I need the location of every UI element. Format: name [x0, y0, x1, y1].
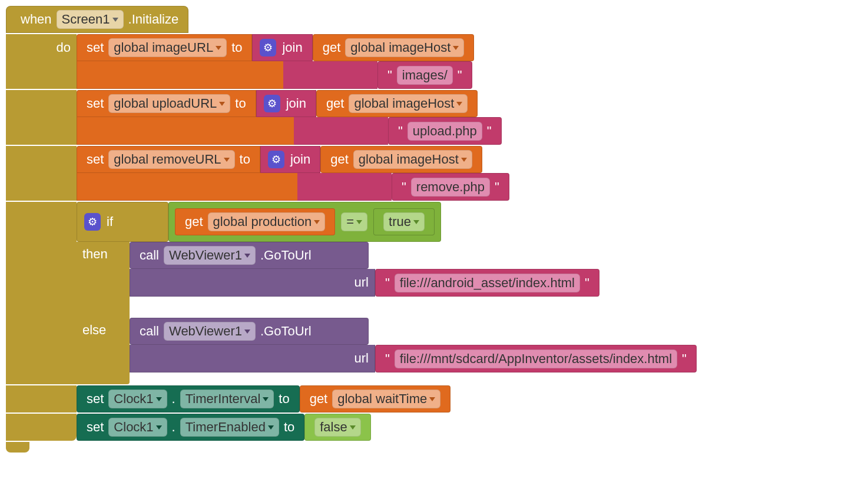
set-clock-timerinterval-block[interactable]: set Clock1 . TimerInterval to	[77, 385, 300, 412]
false-literal-block[interactable]: false	[304, 414, 370, 441]
join-block[interactable]: ⚙ join	[252, 34, 312, 61]
component-dropdown-webviewer[interactable]: WebViewer1	[164, 322, 256, 341]
join-block-2[interactable]: ⚙ join	[256, 90, 316, 117]
join-block-3[interactable]: ⚙ join	[260, 146, 320, 173]
chevron-down-icon	[461, 158, 467, 162]
property-dropdown-timerinterval[interactable]: TimerInterval	[180, 390, 274, 408]
then-rail: then	[77, 242, 130, 297]
chevron-down-icon	[453, 46, 459, 50]
var-dropdown-imagehost[interactable]: global imageHost	[349, 94, 468, 113]
chevron-down-icon	[413, 220, 419, 224]
component-dropdown-clock[interactable]: Clock1	[108, 390, 167, 408]
chevron-down-icon	[350, 425, 356, 430]
if-header[interactable]: ⚙ if	[77, 202, 168, 242]
get-production-block[interactable]: get global production	[175, 208, 335, 235]
string-literal-remove[interactable]: " remove.php "	[392, 173, 509, 201]
block-canvas: when Screen1 .Initialize do set global i…	[6, 6, 866, 453]
chevron-down-icon	[314, 220, 320, 224]
set-uploadurl-block[interactable]: set global uploadURL to	[77, 90, 256, 117]
gear-icon[interactable]: ⚙	[260, 39, 276, 56]
component-dropdown-webviewer[interactable]: WebViewer1	[164, 246, 256, 265]
string-literal-sdcard-url[interactable]: " file:///mnt/sdcard/AppInventor/assets/…	[375, 345, 697, 372]
chevron-down-icon	[244, 254, 250, 258]
operator-dropdown[interactable]: =	[341, 212, 367, 231]
chevron-down-icon	[216, 46, 221, 50]
set-removeurl-block[interactable]: set global removeURL to	[77, 146, 260, 173]
call-gotourl-then[interactable]: call WebViewer1 .GoToUrl	[130, 242, 369, 269]
set-uploadurl-row: set global uploadURL to ⚙ join get globa…	[6, 90, 866, 145]
chevron-down-icon	[268, 425, 274, 430]
component-dropdown-clock[interactable]: Clock1	[108, 418, 167, 437]
chevron-down-icon	[112, 18, 118, 22]
string-literal-images[interactable]: " images/ "	[377, 61, 472, 89]
property-dropdown-timerenabled[interactable]: TimerEnabled	[180, 418, 279, 437]
url-param-label: url	[355, 351, 369, 366]
set-imageurl-block[interactable]: set global imageURL to	[77, 34, 252, 61]
string-literal-asset-url[interactable]: " file:///android_asset/index.html "	[375, 269, 599, 297]
true-literal-block[interactable]: true	[373, 208, 435, 235]
set-timerenabled-row: set Clock1 . TimerEnabled to false	[6, 414, 866, 441]
event-name: .Initialize	[128, 12, 179, 27]
event-footer	[6, 442, 29, 453]
do-rail: do	[6, 34, 77, 89]
var-dropdown-production[interactable]: global production	[208, 212, 326, 231]
chevron-down-icon	[224, 158, 230, 162]
call-gotourl-else[interactable]: call WebViewer1 .GoToUrl	[130, 318, 369, 345]
chevron-down-icon	[456, 102, 462, 106]
chevron-down-icon	[356, 220, 362, 224]
var-dropdown-imagehost[interactable]: global imageHost	[353, 150, 472, 169]
event-when-block[interactable]: when Screen1 .Initialize	[6, 6, 188, 33]
set-clock-timerenabled-block[interactable]: set Clock1 . TimerEnabled to	[77, 414, 304, 441]
get-imagehost-block[interactable]: get global imageHost	[313, 34, 475, 61]
var-dropdown-uploadurl[interactable]: global uploadURL	[108, 94, 230, 113]
set-removeurl-row: set global removeURL to ⚙ join get globa…	[6, 146, 866, 201]
chevron-down-icon	[156, 397, 162, 401]
chevron-down-icon	[219, 102, 225, 106]
set-timerinterval-row: set Clock1 . TimerInterval to get global…	[6, 385, 866, 412]
get-waittime-block[interactable]: get global waitTime	[300, 385, 451, 412]
var-dropdown-removeurl[interactable]: global removeURL	[108, 150, 234, 169]
chevron-down-icon	[244, 330, 250, 334]
var-dropdown-imageurl[interactable]: global imageURL	[108, 38, 227, 57]
url-param-label: url	[355, 275, 369, 290]
event-header-row: when Screen1 .Initialize	[6, 6, 866, 33]
chevron-down-icon	[263, 397, 269, 401]
bool-dropdown-true[interactable]: true	[383, 212, 425, 231]
logic-compare-block[interactable]: get global production = true	[168, 202, 441, 242]
var-dropdown-imagehost[interactable]: global imageHost	[345, 38, 464, 57]
component-dropdown[interactable]: Screen1	[57, 10, 124, 29]
gear-icon[interactable]: ⚙	[268, 151, 284, 168]
set-imageurl-row: do set global imageURL to ⚙ join get	[6, 34, 866, 89]
var-dropdown-waittime[interactable]: global waitTime	[332, 390, 440, 408]
string-literal-upload[interactable]: " upload.php "	[388, 117, 502, 145]
chevron-down-icon	[429, 397, 435, 401]
gear-icon[interactable]: ⚙	[84, 213, 101, 231]
bool-dropdown-false[interactable]: false	[314, 418, 360, 437]
chevron-down-icon	[156, 425, 162, 430]
gear-icon[interactable]: ⚙	[264, 95, 280, 112]
get-imagehost-block-3[interactable]: get global imageHost	[320, 146, 482, 173]
get-imagehost-block-2[interactable]: get global imageHost	[316, 90, 478, 117]
when-label: when	[21, 12, 52, 27]
else-rail: else	[77, 318, 130, 372]
if-block-row: ⚙ if get global production =	[6, 202, 866, 384]
